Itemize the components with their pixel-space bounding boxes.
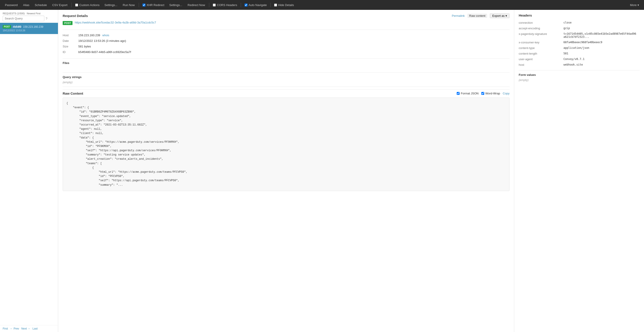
size-row: Size 581 bytes	[63, 44, 510, 49]
header-key: user-agent	[519, 56, 564, 62]
cors-headers-label: CORS Headers	[217, 3, 237, 7]
nav-password[interactable]: Password	[3, 2, 20, 8]
last-link[interactable]: Last	[32, 327, 38, 330]
raw-content-title: Raw Content	[63, 92, 83, 95]
header-key: connection	[519, 20, 564, 26]
format-json-checkbox[interactable]	[457, 92, 460, 95]
nav-csv-export[interactable]: CSV Export	[50, 2, 70, 8]
request-detail-table: Host 159.223.160.239 whois Date 19/12/20…	[63, 32, 510, 55]
word-wrap-text: Word-Wrap	[485, 92, 500, 95]
nav-schedule[interactable]: Schedule	[32, 2, 49, 8]
main-content: Request Details Permalink Raw content Ex…	[58, 10, 644, 332]
header-value: Convoy/v0.7.1	[564, 56, 640, 62]
raw-content-link[interactable]: Raw content	[468, 14, 487, 18]
hide-details-checkbox[interactable]	[274, 4, 277, 6]
nav-separator-4	[241, 3, 241, 7]
nav-separator-2	[139, 3, 139, 7]
first-link[interactable]: First	[3, 327, 8, 330]
top-navigation: Password Alias Schedule CSV Export Custo…	[0, 0, 644, 10]
header-value: close	[564, 20, 640, 26]
header-row: connection close	[519, 20, 640, 26]
request-url-line: POST https://webhook.site/5cedac32-3e9a-…	[63, 21, 510, 27]
more-chevron-icon: ▾	[638, 3, 639, 7]
word-wrap-checkbox[interactable]	[481, 92, 484, 95]
custom-actions-checkbox[interactable]	[75, 4, 78, 6]
nav-settings-2[interactable]: Settings...	[167, 2, 184, 8]
header-key: x-pagerduty-signature	[519, 31, 564, 40]
prev-link[interactable]: ← Prev	[10, 327, 19, 330]
date-label: Date	[63, 38, 78, 44]
divider-5	[519, 70, 640, 70]
search-input[interactable]	[3, 16, 44, 21]
sidebar-footer: First ← Prev Next → Last	[0, 325, 58, 332]
export-chevron-icon: ▾	[506, 14, 507, 18]
nav-settings-1[interactable]: Settings...	[102, 2, 120, 8]
header-value: gzip	[564, 26, 640, 31]
export-as-button[interactable]: Export as ▾	[490, 14, 510, 18]
request-detail-actions: Permalink Raw content Export as ▾	[452, 14, 510, 18]
nav-alias[interactable]: Alias	[21, 2, 32, 8]
header-key: accept-encoding	[519, 26, 564, 31]
header-value: 68fa40beeec968fa40beeec9	[564, 40, 640, 45]
query-strings-empty: (empty)	[63, 80, 510, 84]
host-label: Host	[63, 32, 78, 38]
date-row: Date 19/12/2022 13:53:26 (3 minutes ago)	[63, 38, 510, 44]
header-value: 581	[564, 51, 640, 56]
left-column: Request Details Permalink Raw content Ex…	[58, 10, 514, 332]
id-label: ID	[63, 49, 78, 55]
form-values-empty: (empty)	[519, 78, 640, 82]
xhr-redirect-checkbox[interactable]	[142, 4, 146, 6]
permalink-link[interactable]: Permalink	[452, 14, 465, 18]
more-button[interactable]: More ▾	[628, 2, 641, 8]
nav-xhr-redirect[interactable]: XHR Redirect	[141, 2, 166, 8]
id-row: ID b54f0480-9d37-44b5-a96f-cc6920ec5a7f	[63, 49, 510, 55]
method-badge-large: POST	[63, 21, 72, 25]
right-column: Headers connection close accept-encoding…	[514, 10, 644, 332]
sidebar: REQUESTS (1/500) Newest First ? POST #b5…	[0, 10, 58, 332]
auto-navigate-label: Auto Navigate	[248, 3, 267, 7]
request-url[interactable]: https://webhook.site/5cedac32-3e9a-4a3b-…	[75, 21, 156, 24]
raw-content-code: { "event": { "id": "01BRB6ZP4M6T8ZG4X6BP…	[63, 98, 510, 191]
header-row: x-pagerduty-signature t=1671454405,v1=05…	[519, 31, 640, 40]
header-row: host webhook.site	[519, 62, 640, 68]
request-details-header: Request Details Permalink Raw content Ex…	[63, 14, 510, 18]
nav-auto-navigate[interactable]: Auto Navigate	[243, 2, 269, 8]
id-value: b54f0480-9d37-44b5-a96f-cc6920ec5a7f	[78, 49, 510, 55]
header-key: x-consumer-key	[519, 40, 564, 45]
word-wrap-label[interactable]: Word-Wrap	[481, 92, 500, 95]
sidebar-item[interactable]: POST #b54f0 159.223.160.239 19/12/2022 1…	[0, 23, 58, 34]
header-row: x-consumer-key 68fa40beeec968fa40beeec9	[519, 40, 640, 45]
cors-headers-checkbox[interactable]	[213, 4, 216, 6]
request-id-short: #b54f0	[13, 25, 21, 28]
headers-table: connection close accept-encoding gzip x-…	[519, 20, 640, 68]
nav-separator-3	[209, 3, 209, 7]
header-row: content-type application/json	[519, 45, 640, 51]
whois-link[interactable]: whois	[102, 34, 109, 37]
nav-redirect-now[interactable]: Redirect Now	[185, 2, 207, 8]
query-strings-title: Query strings	[63, 76, 510, 79]
header-key: content-type	[519, 45, 564, 51]
nav-run-now[interactable]: Run Now	[120, 2, 137, 8]
help-icon[interactable]: ?	[46, 17, 48, 20]
size-label: Size	[63, 44, 78, 49]
nav-custom-actions[interactable]: Custom Actions	[74, 2, 101, 8]
nav-hide-details[interactable]: Hide Details	[272, 2, 296, 8]
custom-actions-label: Custom Actions	[79, 3, 99, 7]
nav-separator-5	[270, 3, 270, 7]
divider-1	[63, 30, 510, 30]
header-value: application/json	[564, 45, 640, 51]
auto-navigate-checkbox[interactable]	[244, 4, 248, 6]
next-link[interactable]: Next →	[21, 327, 30, 330]
two-col-layout: Request Details Permalink Raw content Ex…	[58, 10, 644, 332]
header-value: t=1671454405,v1=05c865e41b5e2ad8987e65f4…	[564, 31, 640, 40]
requests-count: REQUESTS (1/500) Newest First	[3, 12, 48, 15]
xhr-redirect-label: XHR Redirect	[146, 3, 164, 7]
nav-cors-headers[interactable]: CORS Headers	[211, 2, 239, 8]
request-date: 19/12/2022 13:53:26	[3, 29, 55, 32]
hide-details-label: Hide Details	[278, 3, 294, 7]
main-layout: REQUESTS (1/500) Newest First ? POST #b5…	[0, 10, 644, 332]
raw-content-header: Raw Content Format JSON Word-Wrap Copy	[63, 90, 510, 95]
request-details-title: Request Details	[63, 14, 88, 18]
copy-link[interactable]: Copy	[503, 92, 510, 95]
format-json-label[interactable]: Format JSON	[457, 92, 478, 95]
